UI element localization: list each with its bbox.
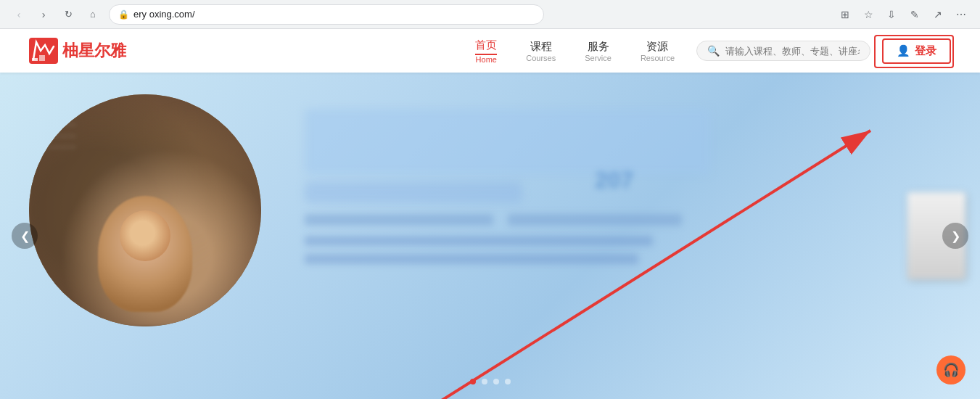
info-line-1 <box>305 214 493 226</box>
lock-icon: 🔒 <box>118 9 129 20</box>
website-content: 柚星尔雅 首页 Home 课程 Courses 服务 Service 资源 Re… <box>0 29 980 399</box>
face-detail <box>120 210 170 261</box>
nav-resource-en: Resource <box>641 54 675 62</box>
browser-chrome: ‹ › ↻ ⌂ 🔒 ery oxing.com/ ⊞ ☆ ⇩ ✎ ↗ ⋯ <box>0 0 980 29</box>
illustration-inner: 我才一一止红饥一一一一一一一一一一一一 <box>29 94 261 326</box>
dot-4[interactable] <box>505 379 511 384</box>
hero-title-block <box>305 109 711 174</box>
carousel-next-button[interactable]: ❯ <box>942 223 968 249</box>
top-nav: 柚星尔雅 首页 Home 课程 Courses 服务 Service 资源 Re… <box>0 29 980 73</box>
collections-button[interactable]: ⇩ <box>881 4 902 25</box>
logo[interactable]: 柚星尔雅 <box>29 38 126 64</box>
hero-main-content: 207 <box>305 102 893 370</box>
nav-home-zh: 首页 <box>475 38 497 55</box>
hero-illustration: 我才一一止红饥一一一一一一一一一一一一 <box>29 94 261 326</box>
search-box[interactable]: 🔍 <box>696 41 870 61</box>
home-button[interactable]: ⌂ <box>83 4 103 25</box>
back-button[interactable]: ‹ <box>9 4 29 25</box>
split-view-button[interactable]: ⊞ <box>835 4 855 25</box>
notes-button[interactable]: ✎ <box>905 4 925 25</box>
info-line-2 <box>508 214 682 226</box>
dot-3[interactable] <box>493 379 499 384</box>
user-icon: 👤 <box>897 44 910 57</box>
carousel-dots <box>470 379 511 384</box>
logo-text: 柚星尔雅 <box>62 40 126 62</box>
nav-courses[interactable]: 课程 Courses <box>526 40 556 62</box>
login-label: 登录 <box>915 44 936 58</box>
refresh-button[interactable]: ↻ <box>58 4 78 25</box>
info-line-3 <box>305 236 653 246</box>
nav-home-en: Home <box>476 55 497 64</box>
share-button[interactable]: ↗ <box>928 4 948 25</box>
nav-courses-zh: 课程 <box>530 40 552 54</box>
forward-button[interactable]: › <box>33 4 54 25</box>
hero-subtitle-block <box>305 181 522 203</box>
hero-banner: 我才一一止红饥一一一一一一一一一一一一 207 ❮ ❯ <box>0 73 980 399</box>
dot-1[interactable] <box>470 379 476 384</box>
carousel-prev-button[interactable]: ❮ <box>12 223 38 249</box>
headset-icon: 🎧 <box>943 362 959 378</box>
nav-service[interactable]: 服务 Service <box>585 40 612 62</box>
login-button[interactable]: 👤 登录 <box>882 38 951 64</box>
nav-resource[interactable]: 资源 Resource <box>641 40 675 62</box>
info-line-4 <box>305 254 638 264</box>
dot-2[interactable] <box>482 379 487 384</box>
hero-stat: 207 <box>595 167 633 194</box>
nav-resource-zh: 资源 <box>646 40 668 54</box>
helper-icon[interactable]: 🎧 <box>936 355 965 384</box>
nav-home[interactable]: 首页 Home <box>475 38 497 64</box>
nav-links: 首页 Home 课程 Courses 服务 Service 资源 Resourc… <box>475 38 675 64</box>
nav-courses-en: Courses <box>526 54 556 62</box>
address-bar[interactable]: 🔒 ery oxing.com/ <box>109 4 544 25</box>
browser-toolbar-right: ⊞ ☆ ⇩ ✎ ↗ ⋯ <box>835 4 971 25</box>
search-input[interactable] <box>725 46 860 57</box>
nav-service-zh: 服务 <box>588 40 609 54</box>
favorites-button[interactable]: ☆ <box>858 4 878 25</box>
nav-service-en: Service <box>585 54 612 62</box>
more-button[interactable]: ⋯ <box>951 4 971 25</box>
url-text: ery oxing.com/ <box>133 9 195 20</box>
bg-text: 我才一一止红饥一一一一一一一一一一一一 <box>36 109 254 154</box>
logo-icon <box>29 38 58 64</box>
browser-nav-buttons: ‹ › ↻ ⌂ <box>9 4 103 25</box>
search-icon: 🔍 <box>707 45 720 57</box>
